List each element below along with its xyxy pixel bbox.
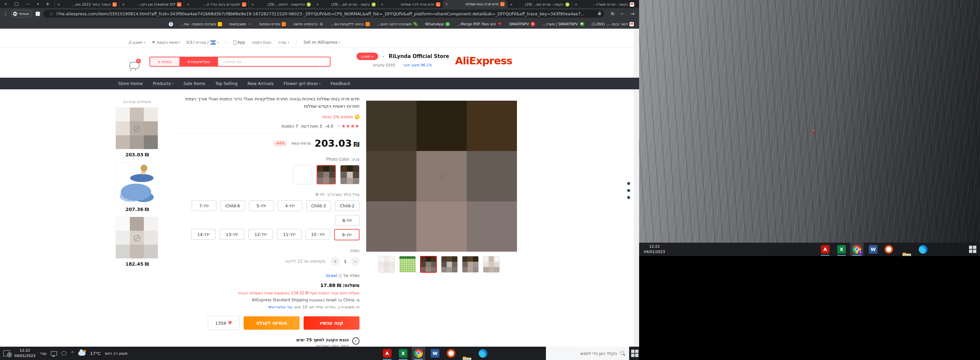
show-hidden-icons[interactable]: ^ [71,351,74,356]
onedrive-icon[interactable] [61,351,67,355]
color-option[interactable] [293,165,312,184]
excel-icon[interactable]: X [399,349,407,358]
content-blocker-icon[interactable]: ∅ [56,11,59,16]
color-option[interactable] [340,165,360,184]
window-minimize-button[interactable]: — [25,2,30,6]
window-restore-button[interactable] [14,2,18,6]
recommended-item[interactable]: 182.45₪ [116,217,159,267]
more-options-link[interactable]: עוד אפשרויות▾ [268,305,292,309]
notification-icon[interactable]: 1 [3,350,10,356]
tab-close-icon[interactable]: × [316,2,319,7]
bookmark-item[interactable]: חשבונית ירוקה חינם... [377,22,418,26]
recommended-item[interactable]: 203.03₪ [116,107,159,157]
quantity-value[interactable]: 1 [343,259,348,264]
size-option[interactable]: ילד-11 [277,229,302,240]
side-panel-handle[interactable] [627,182,630,199]
start-button[interactable] [631,350,640,358]
size-option[interactable]: ילד-14 [191,229,216,240]
chrome-icon[interactable]: 9 [853,245,861,254]
tab-close-icon[interactable]: × [186,2,189,7]
nav-top-selling[interactable]: Top Selling [215,81,238,86]
reviews-link[interactable]: 3 חוות דעת [301,124,322,129]
size-option[interactable]: ילד- 10 [305,229,330,240]
quantity-minus-button[interactable]: − [351,257,360,266]
gallery-thumbnail-size-chart[interactable] [399,256,416,273]
taskbar-clock[interactable]: 12:2204/01/2023 [14,348,35,359]
size-option[interactable]: Child-2 [335,200,360,211]
browser-tab[interactable]: × בקשה - פורים תש... (29) [507,1,571,8]
search-this-store-button[interactable]: בחנות זו [150,57,180,66]
size-option[interactable]: ילד-8 [335,215,360,226]
browser-tab[interactable]: × חדש פרח ילדה שמלות [378,1,443,8]
size-option[interactable]: ילד-7 [192,200,216,211]
nav-feedback[interactable]: Feedback [331,81,350,86]
back-button[interactable]: → [630,11,635,16]
follow-button[interactable]: +מעקב [356,53,378,60]
promo-row[interactable]: % תוספת 2% הנחה [173,114,360,119]
gallery-thumbnail[interactable] [378,256,395,273]
tab-close-icon[interactable]: × [251,2,254,7]
tab-close-icon[interactable]: × [445,2,448,6]
browser-tab[interactable]: × הנמכר ביותר 2022 מוצ... [55,1,119,8]
bookmark-item[interactable]: 94 WhatsApp [425,22,450,26]
network-icon[interactable] [51,351,57,356]
nav-sale-items[interactable]: Sale Items [183,81,205,86]
account-menu[interactable]: חשבון▾ [128,40,145,45]
page-scrollbar[interactable] [634,29,639,347]
wishlist-link[interactable]: ♥ רשימת בקשות [152,40,180,45]
size-option[interactable]: Child-3 [306,200,331,211]
new-tab-button[interactable]: + [46,1,50,7]
browser-menu-icon[interactable]: ⋮ [3,11,8,16]
browser-tab[interactable]: × למבוגרים בינוני גודל ת... [184,1,248,8]
extension-icon[interactable] [36,12,40,16]
ship-to-row[interactable]: נשלח אל Israel [173,273,360,278]
weather-temp[interactable]: 17°C [90,351,100,356]
nav-store-home[interactable]: Store Home [118,81,143,86]
nav-products[interactable]: Products▾ [153,81,173,86]
word-icon[interactable]: W [431,349,439,358]
bookmark-item[interactable]: ⊕ כרטיסייה חדשה [293,22,323,26]
bookmark-item[interactable]: M SMARTNPV | מערכ... [542,22,584,26]
url-text[interactable]: he.aliexpress.com/item/33010190814.html?… [59,11,595,16]
gallery-thumbnail[interactable] [462,256,479,273]
bookmark-item[interactable]: מערכת הזמנות - אח... [180,22,222,26]
sell-link[interactable]: Sell on AliExpress▾ [304,40,340,45]
browser-tab[interactable]: × בקשה - פורים תש... (29) [313,1,378,8]
taskbar-clock[interactable]: 12:2204/01/2023 [643,244,667,254]
reload-button[interactable]: ↻ [611,11,615,16]
acrobat-icon[interactable]: A [383,349,391,358]
tab-close-icon[interactable]: × [381,2,384,7]
app-link[interactable]: App [233,40,245,45]
weather-desc[interactable]: מעונן רב היום [105,351,127,356]
window-close-button[interactable]: × [4,2,7,6]
locale-selector[interactable]: ILS / עברית / ▾ [186,40,218,45]
acrobat-icon[interactable]: A [821,245,829,254]
gallery-thumbnail-selected[interactable] [420,256,437,273]
buy-now-button[interactable]: קנה עכשיו [304,316,360,330]
tab-search-button[interactable]: ▾ [37,2,39,6]
office-icon[interactable] [447,349,455,358]
gallery-thumbnail[interactable] [441,256,458,273]
forward-button[interactable]: ← [621,11,625,16]
help-menu[interactable]: עזרה▾ [278,40,289,45]
browser-tab[interactable]: × בקשה - פורים תשפ"ג - M [572,1,636,8]
aliexpress-logo[interactable]: AliExpress [455,55,512,67]
size-option[interactable]: Child-6 [220,200,245,211]
bookmark-item[interactable]: מזרחי-טפחות [259,22,286,26]
search-aliexpress-button[interactable]: בעליאקספרס [180,57,218,66]
wishlist-button[interactable]: 1359 ♥ [208,316,240,330]
browser-tab[interactable]: × Creative DIY מגן ניקוי... [119,1,184,8]
quantity-plus-button[interactable]: + [331,257,339,266]
bookmark-item[interactable]: ♥ Merge PDF files onl... [457,22,502,26]
edge-icon[interactable] [919,245,928,254]
color-option-selected[interactable] [317,165,336,184]
browser-tab-active[interactable]: × חדש פרח בנות שמלות [443,0,507,8]
cart-button[interactable]: 0 [128,59,143,71]
bookmark-item[interactable]: M דואר נכנס -... (1,093) [592,22,634,26]
excel-icon[interactable]: X [837,245,846,254]
tab-close-icon[interactable]: × [510,2,513,7]
size-option[interactable]: ילד-5 [249,200,274,211]
edge-icon[interactable] [479,349,487,358]
browser-tab[interactable]: × התייעצות - להסת... (29) [249,1,313,8]
weather-icon[interactable] [78,351,86,356]
